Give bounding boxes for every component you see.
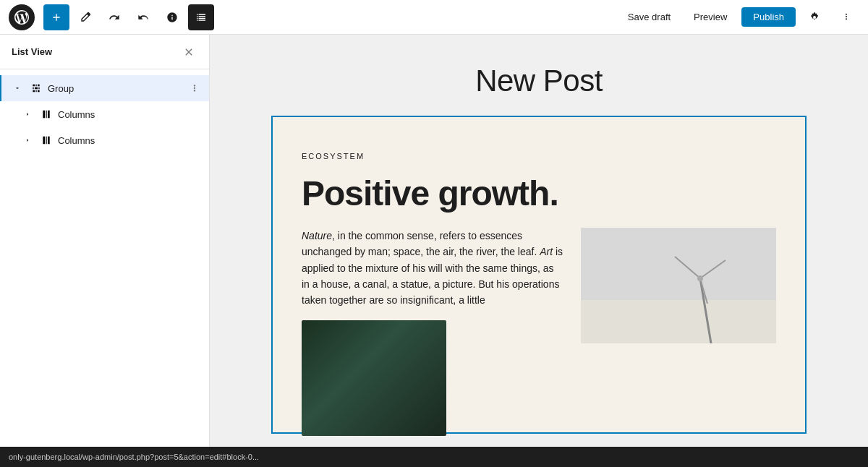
columns1-block-icon: [39, 107, 54, 121]
close-sidebar-button[interactable]: [180, 43, 197, 61]
forest-image: [302, 320, 446, 436]
group-more-button[interactable]: [186, 80, 203, 97]
ellipsis-icon-3: [190, 135, 200, 145]
gear-icon: [809, 12, 820, 23]
tree-item-columns-1[interactable]: Columns: [0, 101, 209, 127]
redo-button[interactable]: [130, 4, 156, 30]
turbine-image: [581, 228, 776, 343]
group-block-icon: [29, 81, 43, 95]
undo-button[interactable]: [101, 4, 127, 30]
status-bar-url: only-gutenberg.local/wp-admin/post.php?p…: [9, 453, 259, 461]
pencil-icon: [80, 12, 91, 23]
body-text-2: , in the common sense, refers to essence…: [302, 230, 540, 257]
sidebar-header: List View: [0, 35, 209, 69]
columns2-block-icon: [39, 133, 54, 147]
info-icon: [166, 12, 178, 23]
tree-item-group[interactable]: Group: [0, 75, 209, 101]
chevron-right-icon-2: [24, 137, 31, 144]
main-area: List View: [0, 35, 868, 467]
editor-area[interactable]: New Post ECOSYSTEM Positive growth. Natu…: [210, 35, 868, 467]
close-icon: [183, 46, 195, 58]
turbine-svg: [581, 228, 776, 343]
columns-icon-2: [41, 134, 52, 146]
ellipsis-icon: [190, 83, 200, 93]
plus-icon: [51, 12, 62, 23]
wordpress-icon: [14, 10, 29, 25]
headline[interactable]: Positive growth.: [302, 175, 776, 213]
publish-button[interactable]: Publish: [741, 7, 796, 27]
preview-button[interactable]: Preview: [685, 7, 736, 27]
status-bar: only-gutenberg.local/wp-admin/post.php?p…: [0, 447, 868, 467]
chevron-down-icon: [14, 85, 21, 92]
info-button[interactable]: [159, 4, 185, 30]
save-draft-button[interactable]: Save draft: [619, 7, 679, 27]
columns2-chevron[interactable]: [20, 133, 35, 147]
content-block[interactable]: ECOSYSTEM Positive growth. Nature, in th…: [271, 116, 807, 434]
body-text: Nature, in the common sense, refers to e…: [302, 228, 563, 309]
body-columns: Nature, in the common sense, refers to e…: [302, 228, 776, 436]
list-view-button[interactable]: [188, 4, 214, 30]
add-block-button[interactable]: [43, 4, 69, 30]
post-title[interactable]: New Post: [271, 64, 807, 98]
group-icon: [30, 82, 42, 94]
ecosystem-label: ECOSYSTEM: [302, 152, 776, 160]
columns1-chevron[interactable]: [20, 107, 35, 121]
columns1-label: Columns: [58, 109, 186, 120]
wp-logo-button[interactable]: [9, 4, 35, 30]
top-toolbar: Save draft Preview Publish: [0, 0, 868, 35]
columns-icon: [41, 108, 52, 120]
tree-item-columns-2[interactable]: Columns: [0, 127, 209, 153]
svg-rect-1: [581, 300, 776, 343]
toolbar-left-group: [9, 4, 214, 30]
settings-button[interactable]: [801, 4, 827, 30]
undo-icon: [109, 12, 120, 23]
edit-button[interactable]: [72, 4, 98, 30]
columns2-label: Columns: [58, 135, 186, 146]
more-options-button[interactable]: [833, 4, 859, 30]
chevron-right-icon: [24, 111, 31, 118]
list-view-icon: [195, 12, 207, 23]
redo-icon: [137, 12, 149, 23]
svg-point-6: [697, 275, 703, 281]
sidebar-title: List View: [12, 46, 52, 57]
group-label: Group: [48, 83, 186, 94]
vertical-ellipsis-icon: [841, 12, 852, 23]
toolbar-right-group: Save draft Preview Publish: [619, 4, 859, 30]
nature-italic: Nature: [302, 230, 332, 241]
forest-image-visual: [302, 320, 446, 436]
turbine-image-visual: [581, 228, 776, 343]
group-chevron[interactable]: [10, 81, 25, 95]
text-and-image-left: Nature, in the common sense, refers to e…: [302, 228, 563, 436]
list-view-sidebar: List View: [0, 35, 210, 467]
art-italic: Art: [540, 246, 553, 257]
ellipsis-icon-2: [190, 109, 200, 119]
block-tree: Group: [0, 69, 209, 159]
